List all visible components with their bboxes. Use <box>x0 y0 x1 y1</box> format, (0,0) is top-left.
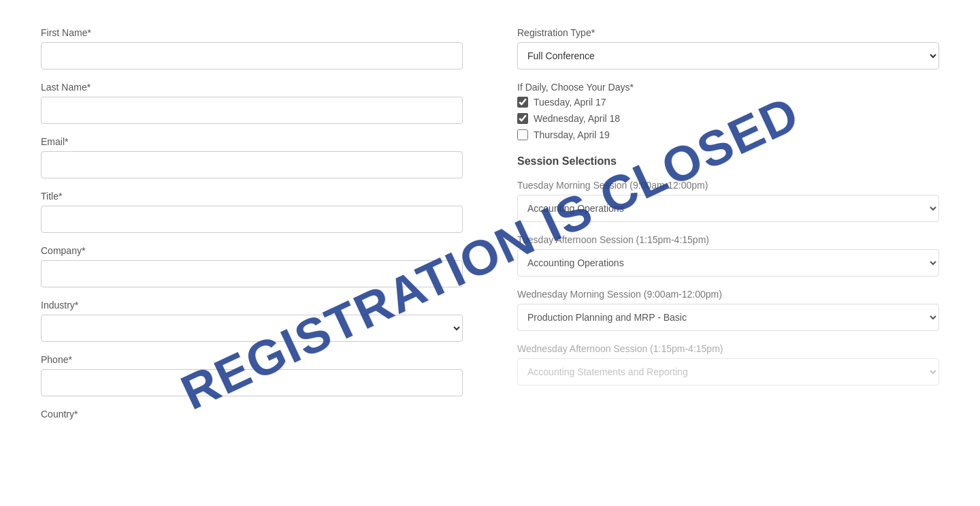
country-label: Country* <box>41 409 463 420</box>
country-group: Country* <box>41 409 463 420</box>
last-name-input[interactable] <box>41 97 463 124</box>
company-label: Company* <box>41 245 463 256</box>
first-name-input[interactable] <box>41 42 463 69</box>
tuesday-morning-session: Tuesday Morning Session (9:00am-12:00pm)… <box>517 180 939 222</box>
registration-type-group: Registration Type* Full Conference Daily <box>517 27 939 69</box>
first-name-group: First Name* <box>41 27 463 69</box>
first-name-label: First Name* <box>41 27 463 38</box>
day-thursday-label: Thursday, April 19 <box>534 129 610 140</box>
phone-group: Phone* <box>41 354 463 396</box>
right-column: Registration Type* Full Conference Daily… <box>517 27 939 420</box>
registration-form: First Name* Last Name* Email* Title* Com… <box>41 27 939 420</box>
registration-type-label: Registration Type* <box>517 27 939 38</box>
tuesday-morning-label: Tuesday Morning Session (9:00am-12:00pm) <box>517 180 939 191</box>
company-input[interactable] <box>41 260 463 287</box>
title-input[interactable] <box>41 206 463 233</box>
email-group: Email* <box>41 136 463 178</box>
last-name-group: Last Name* <box>41 82 463 124</box>
wednesday-afternoon-select[interactable]: Accounting Statements and Reporting <box>517 358 939 385</box>
wednesday-afternoon-session: Wednesday Afternoon Session (1:15pm-4:15… <box>517 343 939 385</box>
wednesday-morning-label: Wednesday Morning Session (9:00am-12:00p… <box>517 289 939 300</box>
wednesday-morning-select[interactable]: Production Planning and MRP - Basic <box>517 304 939 331</box>
registration-type-select[interactable]: Full Conference Daily <box>517 42 939 69</box>
phone-label: Phone* <box>41 354 463 365</box>
day-wednesday-label: Wednesday, April 18 <box>534 113 620 124</box>
email-label: Email* <box>41 136 463 147</box>
days-list: Tuesday, April 17 Wednesday, April 18 Th… <box>517 97 939 140</box>
company-group: Company* <box>41 245 463 287</box>
daily-days-group: If Daily, Choose Your Days* Tuesday, Apr… <box>517 82 939 140</box>
day-wednesday: Wednesday, April 18 <box>517 113 939 124</box>
tuesday-afternoon-select[interactable]: Accounting Operations <box>517 249 939 276</box>
title-label: Title* <box>41 191 463 202</box>
day-tuesday-checkbox[interactable] <box>517 97 528 108</box>
day-tuesday-label: Tuesday, April 17 <box>534 97 606 108</box>
left-column: First Name* Last Name* Email* Title* Com… <box>41 27 463 420</box>
day-thursday: Thursday, April 19 <box>517 129 939 140</box>
session-selections-title: Session Selections <box>517 155 939 168</box>
tuesday-afternoon-session: Tuesday Afternoon Session (1:15pm-4:15pm… <box>517 234 939 276</box>
day-tuesday: Tuesday, April 17 <box>517 97 939 108</box>
day-thursday-checkbox[interactable] <box>517 129 528 140</box>
email-input[interactable] <box>41 151 463 178</box>
title-group: Title* <box>41 191 463 233</box>
industry-label: Industry* <box>41 300 463 311</box>
wednesday-morning-session: Wednesday Morning Session (9:00am-12:00p… <box>517 289 939 331</box>
phone-input[interactable] <box>41 369 463 396</box>
tuesday-morning-select[interactable]: Accounting Operations <box>517 195 939 222</box>
page-wrapper: First Name* Last Name* Email* Title* Com… <box>0 0 980 506</box>
wednesday-afternoon-label: Wednesday Afternoon Session (1:15pm-4:15… <box>517 343 939 354</box>
day-wednesday-checkbox[interactable] <box>517 113 528 124</box>
last-name-label: Last Name* <box>41 82 463 93</box>
daily-days-label: If Daily, Choose Your Days* <box>517 82 939 93</box>
industry-group: Industry* <box>41 300 463 342</box>
industry-select[interactable] <box>41 315 463 342</box>
tuesday-afternoon-label: Tuesday Afternoon Session (1:15pm-4:15pm… <box>517 234 939 245</box>
